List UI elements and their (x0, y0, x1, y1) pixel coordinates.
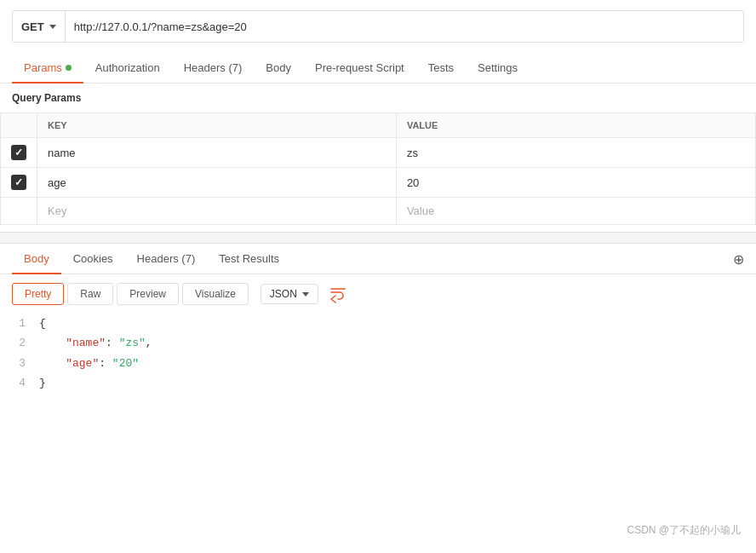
checkbox-name[interactable] (11, 145, 26, 160)
table-row: age 20 (1, 168, 756, 198)
url-input[interactable] (66, 20, 743, 33)
line-num-3: 3 (12, 354, 26, 373)
tab-headers[interactable]: Headers (7) (172, 53, 255, 83)
tab-tests-label: Tests (428, 61, 454, 74)
value-placeholder-text: Value (407, 204, 434, 217)
param-value-placeholder[interactable]: Value (396, 198, 755, 225)
view-raw-button[interactable]: Raw (67, 283, 113, 305)
tab-tests[interactable]: Tests (416, 53, 466, 83)
view-toolbar: Pretty Raw Preview Visualize JSON (0, 274, 756, 314)
tab-body-label: Body (266, 61, 291, 74)
tab-response-body[interactable]: Body (12, 244, 61, 274)
globe-icon: ⊕ (733, 251, 744, 267)
url-bar: GET (12, 10, 744, 43)
col-check (1, 113, 37, 138)
tab-response-headers[interactable]: Headers (7) (125, 244, 208, 274)
key-placeholder-text: Key (48, 204, 66, 217)
table-row: name zs (1, 138, 756, 168)
line-num-1: 1 (12, 314, 26, 333)
line-num-4: 4 (12, 373, 26, 393)
param-key-placeholder[interactable]: Key (37, 198, 397, 225)
checkbox-cell-empty (1, 198, 37, 225)
tab-response-body-label: Body (24, 252, 49, 265)
view-pretty-button[interactable]: Pretty (12, 283, 64, 305)
tab-body[interactable]: Body (254, 53, 303, 83)
watermark: CSDN @了不起的小瑜儿 (627, 523, 741, 538)
tab-authorization[interactable]: Authorization (83, 53, 172, 83)
format-selector[interactable]: JSON (261, 284, 318, 304)
param-key-1[interactable]: name (37, 138, 397, 168)
code-area: 1 { 2 "name": "zs", 3 "age": "20" 4 } (0, 314, 756, 406)
response-tab-bar: Body Cookies Headers (7) Test Results ⊕ (0, 244, 756, 274)
line-num-2: 2 (12, 333, 26, 353)
params-dot (66, 65, 72, 71)
param-value-1[interactable]: zs (396, 138, 755, 168)
tab-cookies-label: Cookies (73, 252, 113, 265)
tab-settings-label: Settings (478, 61, 518, 74)
wrap-icon[interactable] (329, 285, 347, 303)
tab-prerequest[interactable]: Pre-request Script (303, 53, 416, 83)
param-value-2[interactable]: 20 (396, 168, 755, 198)
tab-settings[interactable]: Settings (466, 53, 530, 83)
view-preview-button[interactable]: Preview (117, 283, 179, 305)
section-divider (0, 232, 756, 244)
method-label: GET (21, 20, 44, 33)
code-content-2: "name": "zs", (39, 333, 152, 353)
query-params-title: Query Params (0, 84, 756, 112)
format-chevron-icon (302, 292, 309, 297)
response-area: Body Cookies Headers (7) Test Results ⊕ … (0, 244, 756, 406)
code-line-4: 4 } (12, 373, 744, 393)
params-table: KEY VALUE name zs age 20 Key Value (0, 112, 756, 225)
code-content-1: { (39, 314, 46, 333)
col-key: KEY (37, 113, 397, 138)
tab-test-results[interactable]: Test Results (207, 244, 291, 274)
col-value: VALUE (396, 113, 755, 138)
code-content-3: "age": "20" (39, 354, 139, 373)
tab-test-results-label: Test Results (219, 252, 279, 265)
checkbox-cell-2[interactable] (1, 168, 37, 198)
code-line-3: 3 "age": "20" (12, 354, 744, 373)
checkbox-cell-1[interactable] (1, 138, 37, 168)
request-tab-bar: Params Authorization Headers (7) Body Pr… (0, 53, 756, 84)
code-line-2: 2 "name": "zs", (12, 333, 744, 353)
method-selector[interactable]: GET (13, 11, 66, 42)
param-key-2[interactable]: age (37, 168, 397, 198)
table-row-empty: Key Value (1, 198, 756, 225)
view-visualize-button[interactable]: Visualize (182, 283, 249, 305)
checkbox-age[interactable] (11, 175, 26, 190)
format-selector-label: JSON (270, 288, 297, 300)
tab-params[interactable]: Params (12, 53, 83, 83)
tab-headers-label: Headers (7) (184, 61, 243, 74)
code-line-1: 1 { (12, 314, 744, 333)
code-content-4: } (39, 373, 46, 393)
tab-response-headers-label: Headers (7) (137, 252, 196, 265)
tab-params-label: Params (24, 61, 62, 74)
chevron-down-icon (49, 25, 56, 29)
tab-authorization-label: Authorization (95, 61, 160, 74)
tab-cookies[interactable]: Cookies (61, 244, 125, 274)
tab-prerequest-label: Pre-request Script (315, 61, 404, 74)
